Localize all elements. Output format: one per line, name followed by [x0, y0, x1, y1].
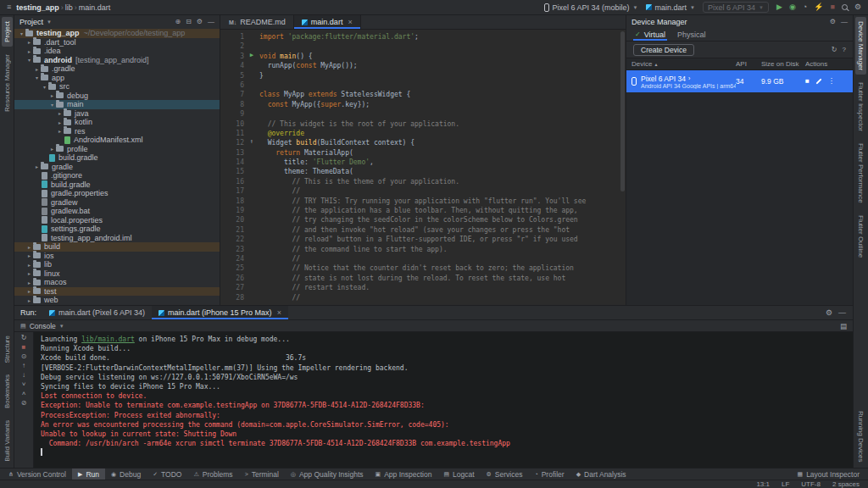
tool-stripe-device-manager[interactable]: Device Manager	[855, 17, 866, 75]
expand-chevron-icon[interactable]: ▸	[56, 128, 64, 134]
run-config-selector[interactable]: main.dart ▼	[646, 3, 695, 12]
expand-chevron-icon[interactable]: ▸	[25, 39, 33, 45]
device-row[interactable]: Pixel 6 API 34›Android API 34 Google API…	[626, 70, 853, 92]
run-tab-main-dart-pixel-6-api-34[interactable]: main.dart (Pixel 6 API 34)	[42, 306, 152, 319]
help-button[interactable]: ?	[843, 47, 846, 53]
expand-chevron-icon[interactable]: ▸	[48, 92, 56, 98]
expand-chevron-icon[interactable]: ▸	[25, 244, 33, 250]
tree-item-build[interactable]: ▸build	[14, 242, 220, 252]
tree-item-kotlin[interactable]: ▸kotlin	[14, 118, 220, 127]
panel-settings-button[interactable]: ⚙	[197, 19, 203, 25]
override-gutter-icon[interactable]: ↑	[250, 139, 253, 145]
tool-window-button-services[interactable]: ⚙Services	[481, 469, 529, 480]
console-output[interactable]: Launching lib/main.dart on iPhone 15 Pro…	[34, 332, 853, 468]
refresh-button[interactable]: ↻	[832, 47, 837, 53]
expand-chevron-icon[interactable]: ▸	[33, 66, 41, 72]
collapse-chevron-icon[interactable]: ▾	[18, 30, 25, 36]
console-options-button[interactable]: ▤	[840, 323, 847, 330]
expand-chevron-icon[interactable]: ▸	[25, 297, 33, 303]
editor-body[interactable]: 123▶456789101112↑13141516171819202122232…	[220, 30, 626, 305]
tree-item-gradle[interactable]: ▸gradle	[14, 163, 220, 172]
panel-settings-button[interactable]: ⚙	[830, 19, 836, 25]
expand-chevron-icon[interactable]: ▸	[25, 48, 33, 54]
tool-stripe-project[interactable]: Project	[2, 17, 13, 47]
code-area[interactable]: import 'package:flutter/material.dart';v…	[254, 30, 626, 305]
tool-window-button-debug[interactable]: ◉Debug	[105, 469, 147, 480]
tree-item-web[interactable]: ▸web	[14, 296, 220, 305]
tree-item-res[interactable]: ▸res	[14, 127, 220, 136]
tool-stripe-resource-manager[interactable]: Resource Manager	[2, 50, 13, 116]
tool-stripe-bookmarks[interactable]: Bookmarks	[2, 370, 13, 413]
status-2-spaces[interactable]: 2 spaces	[832, 481, 860, 488]
details-chevron-icon[interactable]: ›	[688, 75, 690, 81]
stop-button[interactable]: ■	[22, 344, 26, 351]
tool-stripe-flutter-outline[interactable]: Flutter Outline	[855, 211, 866, 262]
close-icon[interactable]: ×	[348, 18, 352, 26]
tool-stripe-running-devices[interactable]: Running Devices	[855, 407, 866, 466]
tree-item-app[interactable]: ▾app	[14, 74, 220, 83]
tool-window-button-problems[interactable]: ⚠Problems	[187, 469, 238, 480]
tree-item-ios[interactable]: ▸ios	[14, 252, 220, 261]
prev-occurrence-button[interactable]: ↑	[22, 363, 25, 369]
tree-item-build-gradle[interactable]: build.gradle	[14, 153, 220, 163]
tree-item-gradlew-bat[interactable]: gradlew.bat	[14, 207, 220, 216]
tool-window-button-layout-inspector[interactable]: ▦Layout Inspector	[792, 469, 865, 480]
tool-window-button-app-quality-insights[interactable]: ◎App Quality Insights	[285, 469, 370, 480]
status-utf-8[interactable]: UTF-8	[801, 481, 821, 488]
expand-chevron-icon[interactable]: ▸	[25, 262, 33, 268]
search-everywhere-button[interactable]	[842, 4, 848, 10]
tool-window-button-app-inspection[interactable]: ▣App Inspection	[370, 469, 438, 480]
tree-item-linux[interactable]: ▸linux	[14, 269, 220, 279]
tree-item-macos[interactable]: ▸macos	[14, 278, 220, 287]
tree-item-android[interactable]: ▾android[testing_app_android]	[14, 56, 220, 65]
editor-tab-readme-md[interactable]: M↓README.md	[221, 15, 294, 29]
tab-physical[interactable]: Physical	[676, 28, 708, 41]
profiler-button[interactable]: ◔	[803, 3, 807, 11]
tree-item-src[interactable]: ▾src	[14, 82, 220, 92]
tree-item-lib[interactable]: ▸lib	[14, 260, 220, 269]
more-actions-icon[interactable]: ⋮	[828, 78, 835, 85]
hide-panel-button[interactable]: —	[841, 19, 848, 25]
expand-chevron-icon[interactable]: ▸	[33, 164, 41, 169]
panel-settings-button[interactable]: ⚙	[826, 309, 832, 317]
pin-button[interactable]: ⊙	[21, 353, 27, 360]
edit-device-icon[interactable]	[815, 78, 821, 84]
tree-item-gradle[interactable]: ▸.gradle	[14, 64, 220, 74]
locate-file-button[interactable]: ⊕	[175, 19, 181, 25]
breadcrumb-main-dart[interactable]: main.dart	[79, 3, 111, 12]
tree-item-java[interactable]: ▸java	[14, 109, 220, 119]
expand-chevron-icon[interactable]: ▸	[56, 119, 64, 125]
tree-item-androidmanifest-xml[interactable]: AndroidManifest.xml	[14, 136, 220, 145]
expand-chevron-icon[interactable]: ▸	[56, 110, 64, 116]
status-13-1[interactable]: 13:1	[756, 481, 770, 488]
tool-window-button-todo[interactable]: ✓TODO	[147, 469, 187, 480]
tree-item-profile[interactable]: ▸profile	[14, 145, 220, 154]
tool-window-button-run[interactable]: ▶Run	[72, 469, 105, 480]
console-link[interactable]: lib/main.dart	[81, 336, 135, 343]
hot-reload-button[interactable]: ⚡	[814, 3, 823, 11]
run-tab-main-dart-iphone-15-pro-max[interactable]: main.dart (iPhone 15 Pro Max)×	[152, 306, 288, 319]
tool-stripe-build-variants[interactable]: Build Variants	[2, 416, 13, 466]
expand-chevron-icon[interactable]: ▸	[25, 252, 33, 258]
device-selector[interactable]: Pixel 6 API 34 (mobile) ▼	[544, 3, 638, 12]
tree-item-debug[interactable]: ▸debug	[14, 92, 220, 101]
editor-scrollbar[interactable]	[620, 30, 626, 305]
tool-stripe-flutter-inspector[interactable]: Flutter Inspector	[855, 78, 866, 136]
tree-item-gradle-properties[interactable]: gradle.properties	[14, 189, 220, 198]
collapse-chevron-icon[interactable]: ▾	[33, 75, 41, 80]
tool-stripe-structure[interactable]: Structure	[2, 331, 13, 367]
tree-item-settings-gradle[interactable]: settings.gradle	[14, 225, 220, 234]
create-device-button[interactable]: Create Device	[633, 44, 694, 56]
editor-tab-main-dart[interactable]: main.dart×	[294, 15, 361, 29]
column-header-size-on-disk[interactable]: Size on Disk	[761, 60, 805, 68]
hide-panel-button[interactable]: —	[838, 309, 846, 317]
collapse-all-button[interactable]: ⊟	[186, 19, 192, 25]
tool-window-button-logcat[interactable]: ▤Logcat	[437, 469, 480, 480]
rerun-button[interactable]: ↻	[21, 335, 27, 341]
clear-console-button[interactable]: ⊘	[21, 400, 27, 407]
settings-button[interactable]: ⚙	[854, 3, 861, 11]
column-header-api[interactable]: API	[736, 60, 761, 68]
collapse-chevron-icon[interactable]: ▾	[25, 57, 33, 63]
column-header-device[interactable]: Device▴	[632, 60, 736, 68]
debug-button[interactable]: ◉	[789, 3, 796, 11]
